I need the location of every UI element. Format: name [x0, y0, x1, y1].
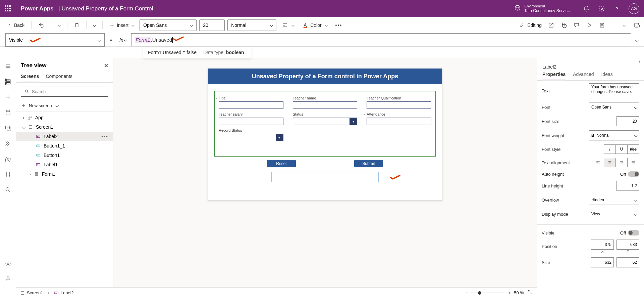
color-button[interactable]: Color	[300, 20, 330, 30]
prop-text-input[interactable]: Your form has unsaved changes. Please sa…	[589, 83, 639, 98]
align-right-button[interactable]	[615, 158, 628, 167]
fit-screen-icon[interactable]	[527, 290, 533, 296]
submit-button[interactable]: Submit	[354, 160, 383, 167]
align-button[interactable]	[279, 20, 297, 30]
paste-dropdown[interactable]	[91, 22, 98, 28]
undo-button[interactable]	[36, 20, 47, 30]
insert-button[interactable]: Insert	[107, 20, 137, 30]
tab-advanced[interactable]: Advanced	[573, 72, 594, 80]
tree-item-form1[interactable]: › Form1	[16, 169, 113, 179]
breadcrumb-control[interactable]: Label2	[54, 290, 74, 295]
tab-properties[interactable]: Properties	[542, 72, 566, 80]
variables-icon[interactable]: (x)	[4, 155, 12, 163]
title-input[interactable]	[219, 101, 283, 109]
tree-item-label2[interactable]: Label2 •••	[16, 132, 113, 141]
waffle-icon[interactable]	[5, 5, 11, 12]
tab-ideas[interactable]: Ideas	[601, 72, 613, 80]
prop-overflow-select[interactable]: Hidden	[589, 195, 639, 205]
property-selector[interactable]: Visible	[5, 33, 105, 47]
panel-chevron-icon[interactable]: ›	[639, 59, 641, 65]
new-screen-button[interactable]: ＋ New screen	[16, 100, 113, 112]
save-dropdown[interactable]	[621, 22, 627, 29]
expand-formula-icon[interactable]	[631, 33, 644, 46]
tab-components[interactable]: Components	[46, 74, 72, 82]
environment-picker[interactable]: Environment Tata Consultancy Servic…	[514, 4, 572, 13]
teacher-name-input[interactable]	[293, 101, 358, 109]
tree-item-app[interactable]: › App	[16, 113, 113, 122]
more-icon[interactable]: •••	[101, 134, 108, 139]
editing-mode-button[interactable]: Editing	[519, 23, 542, 28]
user-avatar[interactable]: AG	[629, 3, 639, 14]
teacher-salary-input[interactable]	[219, 118, 283, 125]
align-left-button[interactable]	[592, 158, 604, 167]
tree-item-screen1[interactable]: Screen1	[16, 122, 113, 132]
publish-icon[interactable]	[633, 22, 640, 29]
undo-dropdown[interactable]	[55, 22, 63, 28]
svg-rect-21	[29, 125, 32, 128]
pos-y-input[interactable]: 683	[616, 240, 639, 250]
breadcrumb-screen[interactable]: Screen1	[20, 290, 43, 295]
search-input[interactable]	[32, 89, 105, 94]
virtual-agent-icon[interactable]	[4, 274, 12, 283]
underline-button[interactable]: U	[615, 144, 628, 154]
back-button[interactable]: Back	[4, 20, 27, 30]
tree-item-label1[interactable]: Label1	[16, 160, 113, 169]
font-weight-select[interactable]: Normal	[227, 19, 276, 31]
flow-icon[interactable]	[4, 139, 12, 147]
settings-rail-icon[interactable]	[4, 260, 12, 268]
formula-input[interactable]: Form1.Unsaved	[131, 33, 631, 46]
paste-button[interactable]	[71, 20, 82, 30]
settings-icon[interactable]	[598, 5, 606, 13]
tools-icon[interactable]	[4, 170, 12, 178]
prop-lineheight-input[interactable]: 1.2	[616, 181, 639, 191]
insert-icon[interactable]	[4, 93, 12, 101]
tree-view-icon[interactable]	[4, 78, 12, 86]
prop-fontsize-input[interactable]: 20	[616, 116, 639, 126]
zoom-slider[interactable]	[471, 293, 505, 293]
font-family-select[interactable]: Open Sans	[140, 19, 197, 31]
zoom-in-button[interactable]: +	[508, 290, 511, 295]
pos-x-input[interactable]: 375	[591, 240, 614, 250]
media-icon[interactable]	[4, 124, 12, 132]
canvas-area[interactable]: Unsaved Property of a Form control in Po…	[113, 58, 537, 287]
help-icon[interactable]	[613, 5, 621, 13]
close-icon[interactable]: ✕	[104, 62, 108, 69]
fx-button[interactable]: fx	[114, 33, 131, 46]
more-button[interactable]: •••	[333, 20, 345, 30]
strike-button[interactable]: abc	[627, 144, 639, 154]
visible-toggle[interactable]: Off	[620, 230, 639, 236]
prop-font-select[interactable]: Open Sans	[589, 102, 639, 112]
tab-screens[interactable]: Screens	[21, 74, 39, 82]
share-icon[interactable]	[548, 22, 554, 29]
comment-icon[interactable]	[573, 22, 580, 29]
font-size-select[interactable]: 20	[199, 19, 225, 31]
tree-item-button1[interactable]: Button1	[16, 151, 113, 160]
tree-item-button1-1[interactable]: Button1_1	[16, 141, 113, 151]
align-center-button[interactable]	[604, 158, 616, 167]
form1[interactable]: Title Teacher name Teacher Qualification…	[214, 91, 436, 157]
label2-control[interactable]	[271, 172, 379, 182]
status-select[interactable]: ▾	[293, 118, 358, 125]
prop-fontweight-select[interactable]: B Normal	[589, 130, 639, 140]
check-icon[interactable]	[560, 22, 567, 29]
align-justify-button[interactable]	[627, 158, 639, 167]
reset-button[interactable]: Reset	[267, 160, 296, 167]
size-h-input[interactable]: 62	[616, 257, 639, 267]
play-icon[interactable]	[586, 22, 593, 29]
field-teacher-name: Teacher name	[293, 96, 358, 109]
data-icon[interactable]	[4, 109, 12, 117]
notifications-icon[interactable]	[582, 5, 590, 13]
auto-height-toggle[interactable]: Off	[620, 171, 639, 177]
hamburger-icon[interactable]	[4, 62, 12, 70]
save-icon[interactable]	[599, 22, 605, 29]
tree-search[interactable]	[21, 86, 108, 97]
teacher-qualification-input[interactable]	[367, 101, 431, 109]
italic-button[interactable]: I	[604, 144, 616, 154]
prop-displaymode-value: View	[591, 212, 600, 216]
size-w-input[interactable]: 632	[591, 257, 614, 267]
zoom-out-button[interactable]: −	[465, 290, 468, 295]
attendance-input[interactable]	[367, 118, 431, 125]
search-icon[interactable]	[4, 186, 12, 194]
record-status-select[interactable]: ▾	[219, 134, 283, 141]
prop-displaymode-select[interactable]: View	[589, 209, 639, 219]
